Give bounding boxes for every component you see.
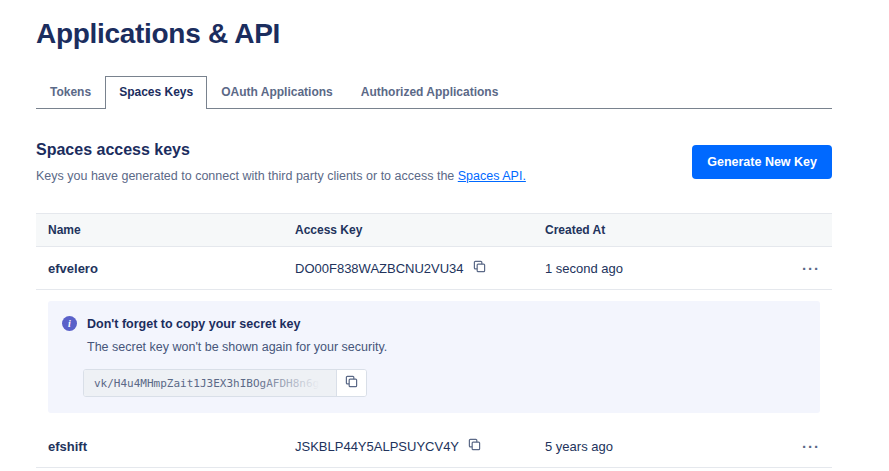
created-at-value: 5 years ago (533, 439, 788, 454)
spaces-keys-table: Name Access Key Created At efvelero DO00… (36, 213, 832, 468)
callout-header: i Don't forget to copy your secret key (62, 316, 804, 331)
tab-tokens[interactable]: Tokens (36, 76, 105, 109)
spaces-api-link[interactable]: Spaces API. (458, 169, 526, 183)
access-key-value: DO00F838WAZBCNU2VU34 (295, 261, 464, 276)
access-key-cell: DO00F838WAZBCNU2VU34 (283, 260, 533, 276)
tab-authorized-applications[interactable]: Authorized Applications (347, 76, 513, 109)
table-row: efvelero DO00F838WAZBCNU2VU34 1 second a… (36, 247, 832, 290)
key-name: efshift (36, 439, 283, 454)
section-description: Keys you have generated to connect with … (36, 169, 526, 183)
created-at-value: 1 second ago (533, 261, 788, 276)
access-key-value: JSKBLP44Y5ALPSUYCV4Y (295, 439, 459, 454)
section-title: Spaces access keys (36, 141, 526, 159)
column-header-name: Name (36, 223, 283, 237)
copy-icon (468, 438, 481, 454)
copy-access-key-button[interactable] (473, 260, 486, 276)
section-header: Spaces access keys Keys you have generat… (36, 141, 832, 183)
secret-key-callout: i Don't forget to copy your secret key T… (48, 301, 820, 413)
callout-title: Don't forget to copy your secret key (87, 317, 300, 331)
description-text: Keys you have generated to connect with … (36, 169, 458, 183)
tab-bar: Tokens Spaces Keys OAuth Applications Au… (36, 76, 832, 109)
page-title: Applications & API (36, 18, 832, 50)
copy-secret-key-button[interactable] (336, 370, 366, 396)
row-menu-button[interactable]: ··· (788, 438, 832, 455)
access-key-cell: JSKBLP44Y5ALPSUYCV4Y (283, 438, 533, 454)
secret-key-field: vk/H4u4MHmpZait1J3EX3hIBOgAFDH8n6gTv3H (83, 369, 367, 397)
section-header-text: Spaces access keys Keys you have generat… (36, 141, 526, 183)
tab-spaces-keys[interactable]: Spaces Keys (105, 76, 207, 109)
info-icon: i (62, 316, 77, 331)
secret-key-value: vk/H4u4MHmpZait1J3EX3hIBOgAFDH8n6gTv3H (84, 370, 336, 396)
column-header-created-at: Created At (533, 223, 788, 237)
callout-body: The secret key won't be shown again for … (87, 340, 804, 354)
key-name: efvelero (36, 261, 283, 276)
generate-new-key-button[interactable]: Generate New Key (692, 145, 832, 179)
table-header-row: Name Access Key Created At (36, 213, 832, 247)
tab-oauth-applications[interactable]: OAuth Applications (207, 76, 347, 109)
copy-icon (345, 375, 358, 391)
row-menu-button[interactable]: ··· (788, 260, 832, 277)
copy-access-key-button[interactable] (468, 438, 481, 454)
table-row: efshift JSKBLP44Y5ALPSUYCV4Y 5 years ago… (36, 425, 832, 468)
column-header-access-key: Access Key (283, 223, 533, 237)
copy-icon (473, 260, 486, 276)
applications-api-page: Applications & API Tokens Spaces Keys OA… (0, 0, 889, 468)
